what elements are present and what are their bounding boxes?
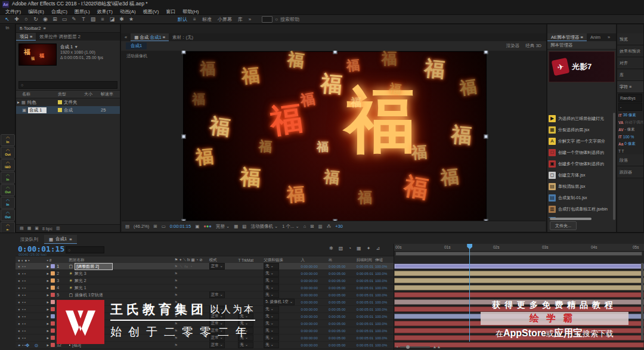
tab-render-queue[interactable]: 渲染队列	[16, 236, 43, 244]
layer-duration-bar[interactable]	[394, 292, 644, 298]
playhead-line[interactable]	[469, 244, 470, 342]
tab-footage[interactable]: 素材：(无)	[169, 33, 197, 41]
layer-switches[interactable]: ⚑	[174, 278, 209, 283]
tab-project[interactable]: 项目 ≡	[16, 33, 36, 41]
script-item[interactable]: ▤合成复制-01.jsx	[549, 192, 612, 203]
flowchart-icon[interactable]: ⁂	[327, 224, 332, 229]
script-item[interactable]: □创建一个空物体到选择的	[549, 147, 612, 158]
motion-blur-icon[interactable]: ✦	[367, 246, 371, 251]
strip-button[interactable]: ◠Out	[1, 209, 15, 221]
shape-tool[interactable]: ▭	[60, 16, 69, 22]
layer-out-time[interactable]: 0:00:05:00	[329, 293, 357, 297]
menu-item[interactable]: 动画(A)	[117, 8, 139, 15]
menu-item[interactable]: 编辑(E)	[25, 8, 47, 15]
zoom-in-icon[interactable]: ▲▲	[432, 345, 441, 349]
layer-stretch[interactable]: 100.0%	[375, 322, 394, 326]
parent-value[interactable]: 无 ⌄	[264, 270, 279, 277]
script-item[interactable]: ▥合成打包成单独工程.jsxbin	[549, 203, 612, 215]
resolution-select[interactable]: 完整 ⌄	[216, 224, 230, 230]
character-field[interactable]: T T	[617, 147, 643, 154]
visibility-toggles[interactable]: ● ▪ ▪	[16, 265, 47, 268]
trkmat-header[interactable]: T TrkMat	[238, 258, 264, 262]
parent-select[interactable]: 无 ⌄	[264, 313, 301, 320]
layer-color-label[interactable]	[51, 264, 55, 268]
selection-handle[interactable]	[182, 51, 186, 54]
tab-script-manager[interactable]: AE脚本管理器 ≡	[547, 33, 587, 41]
layer-switches[interactable]: ⚑	[174, 286, 209, 290]
draft-3d-icon[interactable]: ▧	[339, 246, 343, 251]
layer-name[interactable]: ☀聚光 2	[69, 278, 175, 284]
parent-value[interactable]: 无 ⌄	[264, 306, 279, 312]
layer-switches[interactable]: ⚑ ⟍ fx ◔	[174, 264, 209, 269]
workspace-tab[interactable]: 标准	[202, 16, 212, 23]
layer-stretch[interactable]: 100.0%	[375, 279, 394, 283]
strip-button[interactable]: ◠In	[1, 197, 15, 209]
mode-select[interactable]: 正常 ⌄	[209, 263, 239, 270]
folder-button[interactable]: 文件夹...	[550, 221, 577, 230]
twirl-icon[interactable]: ▸	[47, 271, 49, 276]
strip-button[interactable]: ◠In	[1, 172, 15, 184]
panel-menu-icon[interactable]: ≡	[43, 26, 45, 31]
layer-row[interactable]: ● ▪ ▪▸5▢摄像机 1空轨道⚑正常 ⌄无 ⌄0:00:00:000:00:0…	[16, 292, 394, 299]
mode-value[interactable]: 正常 ⌄	[209, 342, 225, 348]
character-field[interactable]: -	[618, 103, 642, 111]
visibility-toggles[interactable]: ● ▪ ▪	[16, 329, 47, 333]
visibility-toggles[interactable]: ● ▪ ▪	[16, 336, 47, 340]
character-field[interactable]: iT36 像素	[617, 111, 643, 119]
zoom-slider[interactable]	[400, 346, 430, 348]
parent-select[interactable]: 无 ⌄	[264, 263, 301, 270]
menu-item[interactable]: 文件(F)	[2, 8, 24, 15]
menu-item[interactable]: 图层(L)	[72, 8, 93, 15]
parent-value[interactable]: 无 ⌄	[264, 277, 279, 284]
twirl-icon[interactable]: ▸	[47, 293, 49, 298]
workspace-tab[interactable]: 库	[238, 16, 243, 23]
layer-in-time[interactable]: 0:00:00:00	[301, 279, 329, 283]
layer-switches[interactable]: ⚑	[174, 293, 209, 297]
layer-in-time[interactable]: 0:00:00:00	[301, 308, 329, 311]
mode-select[interactable]: 正常 ⌄	[209, 292, 239, 299]
search-help-label[interactable]: 搜索帮助	[280, 16, 299, 23]
layer-name-text[interactable]: 聚光 3	[75, 271, 86, 277]
parent-value[interactable]: 无 ⌄	[264, 327, 279, 334]
menu-item[interactable]: 合成(C)	[48, 8, 70, 15]
mode-select[interactable]: 正常 ⌄	[209, 342, 239, 349]
layer-row[interactable]: ● ▪ ▪▸2☀聚光 3⚑无 ⌄0:00:00:000:00:05:000:00…	[16, 270, 394, 277]
layer-in-time[interactable]: 0:00:00:00	[301, 343, 329, 347]
layer-color-label[interactable]	[51, 321, 55, 326]
panel-tab-库[interactable]: 库	[617, 69, 643, 81]
timeline-current-time[interactable]: 0:00:01:15	[18, 244, 64, 253]
time-ruler[interactable]: 00s01s02s03s04s05s	[394, 244, 644, 252]
mode-header[interactable]: 模式	[209, 258, 239, 263]
strip-button[interactable]: ◠Out	[1, 147, 15, 159]
panel-tab-效果和预设[interactable]: 效果和预设	[617, 45, 643, 57]
parent-value[interactable]: 无 ⌄	[264, 320, 279, 327]
layer-duration-bar[interactable]	[394, 264, 644, 269]
delete-icon[interactable]: ▥	[56, 226, 60, 231]
strip-button[interactable]: ◠In	[1, 134, 15, 146]
layer-stretch[interactable]: 100.0%	[375, 336, 394, 340]
character-field[interactable]: Raedbys	[618, 94, 642, 102]
selection-handle[interactable]	[484, 135, 488, 139]
fast-previews-icon[interactable]: ⊠	[310, 224, 314, 229]
layer-name-text[interactable]: 摄像机 1空轨道	[75, 292, 103, 298]
parent-select[interactable]: 无 ⌄	[264, 306, 301, 313]
layer-duration-bar[interactable]	[394, 285, 644, 290]
layer-name-text[interactable]: 聚光 2	[75, 278, 86, 284]
show-channel-icon[interactable]: ●●●	[203, 224, 212, 229]
label-color[interactable]	[58, 100, 62, 104]
parent-select[interactable]: 无 ⌄	[264, 270, 301, 277]
layer-name[interactable]: ▢[调整图层 2]	[69, 263, 175, 270]
layer-label-number[interactable]: ▸2	[47, 271, 69, 276]
expand-layer-switches-icon[interactable]: ◔	[18, 343, 21, 348]
layer-out-time[interactable]: 0:00:05:00	[329, 315, 357, 318]
trkmat-value[interactable]: 无 ⌄	[238, 342, 253, 348]
twirl-icon[interactable]: ▸	[47, 300, 49, 305]
layer-stretch[interactable]: 100.0%	[375, 315, 394, 318]
puppet-tool[interactable]: ★	[126, 16, 136, 22]
workspace-tab[interactable]: 默认	[178, 16, 187, 23]
layer-color-label[interactable]	[51, 307, 55, 311]
layer-row[interactable]: ● ▪ ▪▸1▢[调整图层 2]⚑ ⟍ fx ◔正常 ⌄无 ⌄0:00:00:0…	[16, 263, 394, 270]
visibility-toggles[interactable]: ● ▪ ▪	[16, 315, 47, 318]
twirl-icon[interactable]: ▸	[47, 286, 49, 290]
layer-stretch[interactable]: 100.0%	[375, 301, 394, 304]
